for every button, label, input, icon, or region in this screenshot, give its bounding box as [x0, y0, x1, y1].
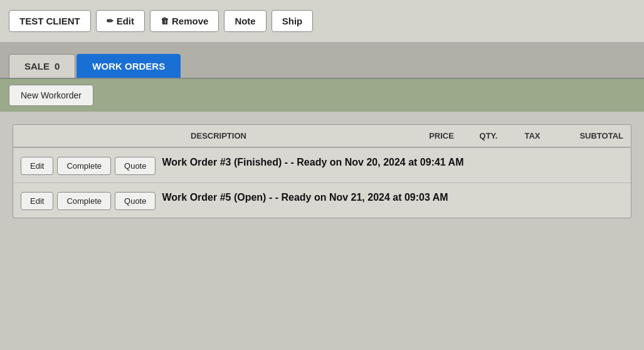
row2-edit-label: Edit — [30, 196, 44, 206]
row2-edit-button[interactable]: Edit — [21, 192, 53, 210]
remove-label: Remove — [172, 16, 208, 26]
row1-complete-button[interactable]: Complete — [57, 157, 111, 175]
row1-edit-button[interactable]: Edit — [21, 157, 53, 175]
edit-button[interactable]: ✏ Edit — [96, 10, 145, 32]
remove-button[interactable]: 🗑 Remove — [150, 10, 219, 32]
top-toolbar: TEST CLIENT ✏ Edit 🗑 Remove Note Ship — [0, 0, 644, 43]
client-label: TEST CLIENT — [19, 16, 80, 26]
row-inner: Edit Complete Quote Work Order #3 (Finis… — [21, 156, 623, 175]
note-label: Note — [235, 16, 255, 26]
col-subtotal: SUBTOTAL — [554, 131, 623, 141]
row2-complete-button[interactable]: Complete — [57, 192, 111, 210]
row-buttons: Edit Complete Quote — [21, 157, 156, 175]
tab-sale[interactable]: SALE 0 — [9, 54, 75, 78]
client-button[interactable]: TEST CLIENT — [9, 10, 91, 32]
row2-quote-label: Quote — [124, 196, 146, 206]
ship-label: Ship — [282, 16, 303, 26]
table-row: Edit Complete Quote Work Order #3 (Finis… — [13, 147, 631, 183]
row-buttons: Edit Complete Quote — [21, 192, 156, 210]
row1-quote-button[interactable]: Quote — [115, 157, 156, 175]
col-price: PRICE — [416, 131, 467, 141]
trash-icon: 🗑 — [161, 16, 169, 26]
table-header: DESCRIPTION PRICE QTY. TAX SUBTOTAL — [13, 125, 631, 147]
col-tax: TAX — [510, 131, 554, 141]
edit-icon: ✏ — [107, 16, 113, 26]
col-description: DESCRIPTION — [21, 131, 416, 141]
col-qty: QTY. — [467, 131, 510, 141]
edit-label: Edit — [117, 16, 134, 26]
ship-button[interactable]: Ship — [272, 10, 314, 32]
work-orders-table: DESCRIPTION PRICE QTY. TAX SUBTOTAL Edit… — [13, 124, 631, 218]
row2-description: Work Order #5 (Open) - - Ready on Nov 21… — [162, 191, 623, 204]
tab-workorders[interactable]: WORK ORDERS — [77, 54, 181, 78]
row1-quote-label: Quote — [124, 161, 146, 171]
row2-complete-label: Complete — [66, 196, 102, 206]
action-bar: New Workorder — [0, 79, 644, 112]
sale-tab-label: SALE — [24, 61, 50, 72]
new-workorder-label: New Workorder — [21, 90, 82, 100]
row1-description: Work Order #3 (Finished) - - Ready on No… — [162, 156, 623, 169]
row-inner: Edit Complete Quote Work Order #5 (Open)… — [21, 191, 623, 210]
row1-complete-label: Complete — [66, 161, 102, 171]
row1-edit-label: Edit — [30, 161, 44, 171]
sale-tab-count: 0 — [55, 61, 60, 72]
workorders-tab-label: WORK ORDERS — [92, 61, 165, 72]
table-row: Edit Complete Quote Work Order #5 (Open)… — [13, 183, 631, 218]
main-content: DESCRIPTION PRICE QTY. TAX SUBTOTAL Edit… — [0, 112, 644, 350]
tab-bar: SALE 0 WORK ORDERS — [0, 43, 644, 79]
note-button[interactable]: Note — [224, 10, 266, 32]
new-workorder-button[interactable]: New Workorder — [9, 85, 93, 106]
row2-quote-button[interactable]: Quote — [115, 192, 156, 210]
